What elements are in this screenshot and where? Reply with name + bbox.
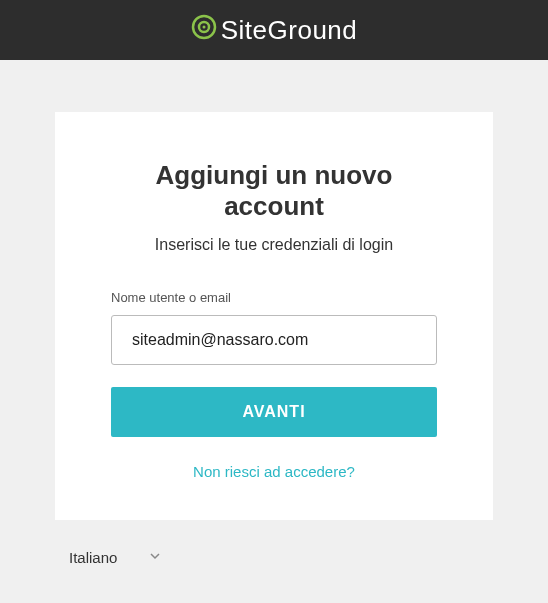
username-input[interactable]	[111, 315, 437, 365]
language-selected: Italiano	[69, 549, 117, 566]
page-subtitle: Inserisci le tue credenziali di login	[111, 236, 437, 254]
brand-name: SiteGround	[221, 15, 358, 46]
page-title: Aggiungi un nuovo account	[111, 160, 437, 222]
forgot-access-link[interactable]: Non riesci ad accedere?	[111, 463, 437, 480]
next-button[interactable]: AVANTI	[111, 387, 437, 437]
header: SiteGround	[0, 0, 548, 60]
login-card: Aggiungi un nuovo account Inserisci le t…	[55, 112, 493, 520]
chevron-down-icon	[149, 548, 161, 566]
username-label: Nome utente o email	[111, 290, 437, 305]
siteground-logo-icon	[191, 14, 217, 47]
brand-logo: SiteGround	[191, 14, 358, 47]
language-selector[interactable]: Italiano	[55, 548, 493, 566]
svg-point-2	[202, 25, 205, 28]
